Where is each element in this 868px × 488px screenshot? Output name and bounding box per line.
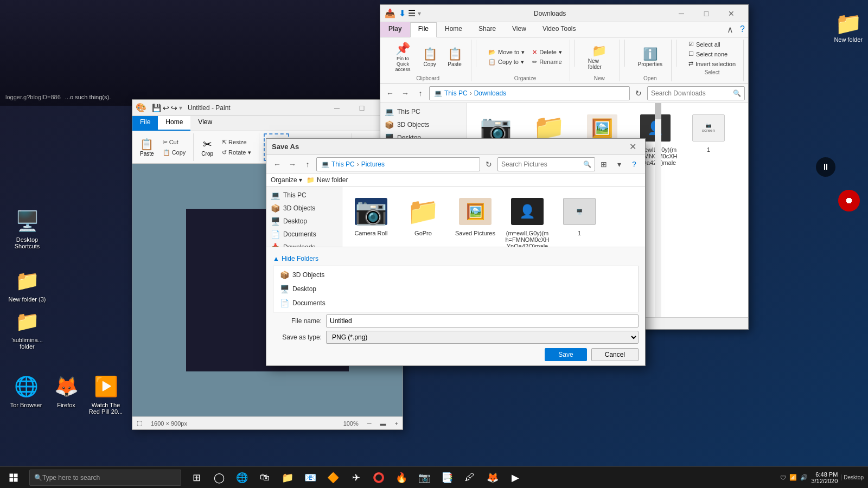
taskbar-word[interactable]: 🖊 [459, 467, 481, 489]
pause-button[interactable]: ⏸ [816, 157, 835, 177]
tab-file[interactable]: File [410, 22, 437, 37]
file-item-1[interactable]: 📷screen 1 [684, 107, 733, 170]
filetype-select[interactable]: PNG (*.png) JPEG (*.jpg) Bitmap (*.bmp) [326, 331, 639, 344]
scrollbar[interactable] [655, 103, 661, 317]
desktop-icon-new-folder[interactable]: 📁 New folder (3) [5, 266, 49, 305]
tray-volume-icon[interactable]: 🔊 [800, 474, 808, 481]
desktop-icon-shortcuts[interactable]: 🖥️ Desktop Shortcuts [5, 206, 49, 252]
paint-cut-button[interactable]: ✂ Cut [159, 138, 189, 147]
search-box[interactable]: 🔍 [647, 86, 745, 100]
dialog-address-bar[interactable]: 💻 This PC › Pictures [316, 157, 480, 171]
dialog-back-button[interactable]: ← [271, 158, 284, 171]
paint-rotate-button[interactable]: ↺ Rotate ▾ [219, 148, 254, 157]
paint-tab-home[interactable]: Home [158, 116, 190, 131]
taskbar-firefox-task[interactable]: 🦊 [482, 467, 503, 489]
paint-undo-icon[interactable]: ↩ [163, 104, 169, 112]
close-button[interactable]: ✕ [719, 5, 744, 22]
paint-copy-button[interactable]: 📋 Copy [159, 148, 189, 157]
paint-tab-file[interactable]: File [132, 116, 158, 131]
paint-crop-button[interactable]: ✂ Crop [198, 136, 216, 159]
refresh-button[interactable]: ↻ [632, 87, 645, 100]
nav-this-pc[interactable]: 💻 This PC [380, 105, 467, 118]
show-desktop-button[interactable]: Desktop [841, 474, 864, 480]
dialog-nav-downloads[interactable]: 📥Downloads [266, 241, 342, 247]
back-button[interactable]: ← [384, 87, 397, 100]
up-button[interactable]: ↑ [414, 87, 427, 100]
taskbar-camera[interactable]: 📷 [413, 467, 435, 489]
tab-video-tools[interactable]: Video Tools [534, 22, 584, 37]
dialog-organize-button[interactable]: Organize ▾ [271, 176, 302, 184]
dialog-search-input[interactable] [501, 160, 581, 168]
paint-zoom-in[interactable]: + [395, 420, 398, 427]
copy-button[interactable]: 📋 Copy [418, 45, 442, 69]
desktop-icon-firefox[interactable]: 🦊 Firefox [44, 371, 88, 410]
dialog-nav-desktop[interactable]: 🖥️Desktop [266, 215, 342, 228]
select-all-button[interactable]: ☑ Select all [685, 40, 739, 49]
taskbar-tripadvisor[interactable]: ✈ [345, 467, 367, 489]
tab-play[interactable]: Play [380, 22, 410, 37]
address-downloads[interactable]: Downloads [474, 89, 506, 97]
dialog-up-button[interactable]: ↑ [301, 158, 314, 171]
desktop-icon-tor[interactable]: 🌐 Tor Browser [4, 371, 48, 410]
taskbar-file-explorer-icon[interactable]: 📁 [277, 467, 298, 489]
address-bar[interactable]: 💻 This PC › Downloads [429, 86, 630, 100]
dialog-bottom-documents[interactable]: 📄Documents [276, 297, 636, 310]
paint-paste-button[interactable]: 📋 Paste [137, 136, 157, 159]
paint-tab-view[interactable]: View [190, 116, 220, 131]
move-to-button[interactable]: 📂 Move to ▾ [485, 48, 528, 57]
dialog-close-button[interactable]: ✕ [626, 140, 640, 154]
dialog-pictures[interactable]: Pictures [361, 160, 385, 168]
pin-to-quick-access-button[interactable]: 📌 Pin to Quick access [389, 40, 417, 74]
save-button[interactable]: Save [545, 348, 586, 361]
taskbar-clock[interactable]: 6:48 PM 3/12/2020 [811, 471, 838, 484]
paint-zoom-slider[interactable]: ▬ [380, 420, 386, 427]
paint-redo-icon[interactable]: ↪ [171, 104, 177, 112]
desktop-icon-sublimina[interactable]: 📁 'sublimina... folder [5, 306, 49, 352]
maximize-button[interactable]: □ [694, 5, 719, 22]
taskbar-opera[interactable]: ⭕ [368, 467, 390, 489]
taskbar-onenote[interactable]: 📑 [436, 467, 458, 489]
help-button[interactable]: ? [737, 22, 748, 37]
desktop-new-folder[interactable]: 📁 New folder [834, 11, 863, 43]
taskbar-media-player[interactable]: ▶ [505, 467, 526, 489]
taskbar-store[interactable]: 🛍 [254, 467, 276, 489]
copy-to-button[interactable]: 📋 Copy to ▾ [485, 57, 528, 67]
tab-view[interactable]: View [504, 22, 534, 37]
rename-button[interactable]: ✏ Rename [529, 57, 565, 67]
dialog-file-1[interactable]: 🖥️ 1 [555, 191, 604, 247]
dialog-file-long-name[interactable]: 👤 (m=ewlLG0y)(m h=FMNOM0cXH YnQa42O)male [503, 191, 552, 247]
ribbon-collapse-btn[interactable]: ∧ [724, 22, 737, 37]
scroll-thumb[interactable] [655, 103, 661, 119]
forward-button[interactable]: → [399, 87, 412, 100]
cancel-button[interactable]: Cancel [591, 348, 639, 361]
address-this-pc[interactable]: This PC [444, 89, 468, 97]
invert-selection-button[interactable]: ⇄ Invert selection [685, 59, 739, 68]
record-button[interactable]: ⏺ [838, 190, 860, 211]
dialog-nav-this-pc[interactable]: 💻This PC [266, 189, 342, 202]
view-options-button[interactable]: ▾ [612, 158, 626, 171]
paint-resize-button[interactable]: ⇱ Resize [219, 138, 254, 147]
paint-maximize-button[interactable]: □ [349, 99, 374, 117]
taskbar-amazon[interactable]: 🔶 [322, 467, 344, 489]
paste-button[interactable]: 📋 Paste [443, 45, 467, 69]
new-folder-ribbon-button[interactable]: 📁 New folder [584, 42, 615, 72]
nav-3d-objects[interactable]: 📦 3D Objects [380, 118, 467, 131]
dialog-forward-button[interactable]: → [286, 158, 299, 171]
desktop-icon-watchred[interactable]: ▶️ Watch The Red Pill 20... [84, 371, 127, 417]
minimize-button[interactable]: ─ [669, 5, 694, 22]
taskbar-edge[interactable]: 🌐 [231, 467, 253, 489]
taskbar-task-view[interactable]: ⊞ [186, 467, 207, 489]
paint-minimize-button[interactable]: ─ [324, 99, 349, 117]
tab-share[interactable]: Share [470, 22, 504, 37]
hide-folders-toggle[interactable]: ▲ Hide Folders [273, 254, 639, 264]
delete-button[interactable]: ✕ Delete ▾ [529, 48, 565, 57]
view-mode-button[interactable]: ⊞ [597, 158, 610, 171]
paint-save-icon[interactable]: 💾 [152, 104, 161, 112]
dialog-help-button[interactable]: ? [628, 158, 641, 171]
taskbar-mail[interactable]: 📧 [299, 467, 321, 489]
paint-zoom-out[interactable]: ─ [367, 420, 372, 427]
dialog-file-gopro[interactable]: 📁 GoPro [399, 191, 448, 247]
tab-home[interactable]: Home [437, 22, 470, 37]
dialog-bottom-desktop[interactable]: 🖥️Desktop [276, 282, 636, 296]
dialog-refresh-button[interactable]: ↻ [482, 158, 495, 171]
